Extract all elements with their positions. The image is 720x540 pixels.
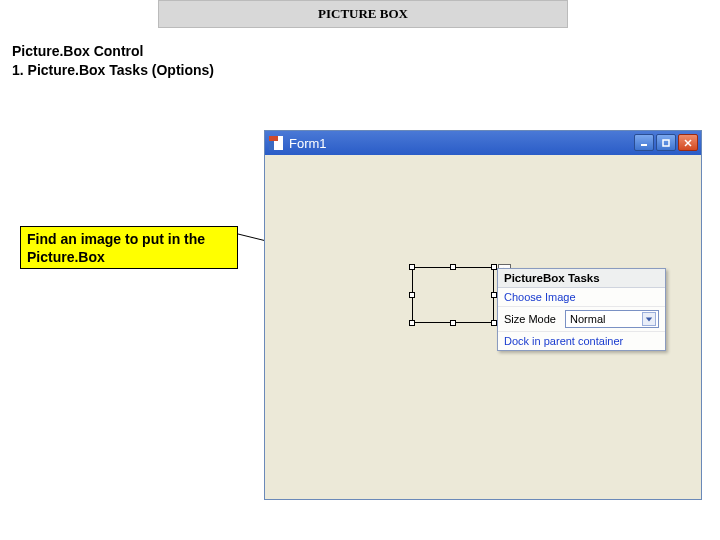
- window-buttons: [634, 134, 698, 151]
- minimize-icon: [639, 138, 649, 148]
- svg-marker-6: [646, 317, 652, 321]
- resize-handle[interactable]: [409, 320, 415, 326]
- minimize-button[interactable]: [634, 134, 654, 151]
- dock-link[interactable]: Dock in parent container: [504, 335, 623, 347]
- picturebox-tasks-popup: PictureBox Tasks Choose Image Size Mode …: [497, 268, 666, 351]
- resize-handle[interactable]: [450, 264, 456, 270]
- form-app-icon: [269, 136, 283, 150]
- resize-handle[interactable]: [450, 320, 456, 326]
- slide-title-bar: PICTURE BOX: [158, 0, 568, 28]
- heading-line-2: 1. Picture.Box Tasks (Options): [12, 61, 214, 80]
- maximize-icon: [661, 138, 671, 148]
- svg-rect-2: [663, 140, 669, 146]
- size-mode-select[interactable]: Normal: [565, 310, 659, 328]
- tasks-popup-header: PictureBox Tasks: [498, 269, 665, 288]
- choose-image-link[interactable]: Choose Image: [504, 291, 576, 303]
- close-icon: [683, 138, 693, 148]
- size-mode-row: Size Mode Normal: [498, 307, 665, 332]
- chevron-down-icon: [645, 315, 653, 323]
- resize-handle[interactable]: [409, 292, 415, 298]
- form-title: Form1: [289, 136, 327, 151]
- size-mode-label: Size Mode: [504, 313, 559, 325]
- close-button[interactable]: [678, 134, 698, 151]
- choose-image-row[interactable]: Choose Image: [498, 288, 665, 307]
- dropdown-button[interactable]: [642, 312, 656, 326]
- slide-heading: Picture.Box Control 1. Picture.Box Tasks…: [12, 42, 214, 80]
- resize-handle[interactable]: [409, 264, 415, 270]
- size-mode-value: Normal: [570, 313, 605, 325]
- form-titlebar[interactable]: Form1: [265, 131, 701, 155]
- callout-note: Find an image to put in the Picture.Box: [20, 226, 238, 269]
- maximize-button[interactable]: [656, 134, 676, 151]
- callout-text: Find an image to put in the Picture.Box: [27, 231, 205, 265]
- heading-line-1: Picture.Box Control: [12, 42, 214, 61]
- picturebox-control[interactable]: [412, 267, 494, 323]
- dock-row[interactable]: Dock in parent container: [498, 332, 665, 350]
- slide-title: PICTURE BOX: [318, 6, 408, 22]
